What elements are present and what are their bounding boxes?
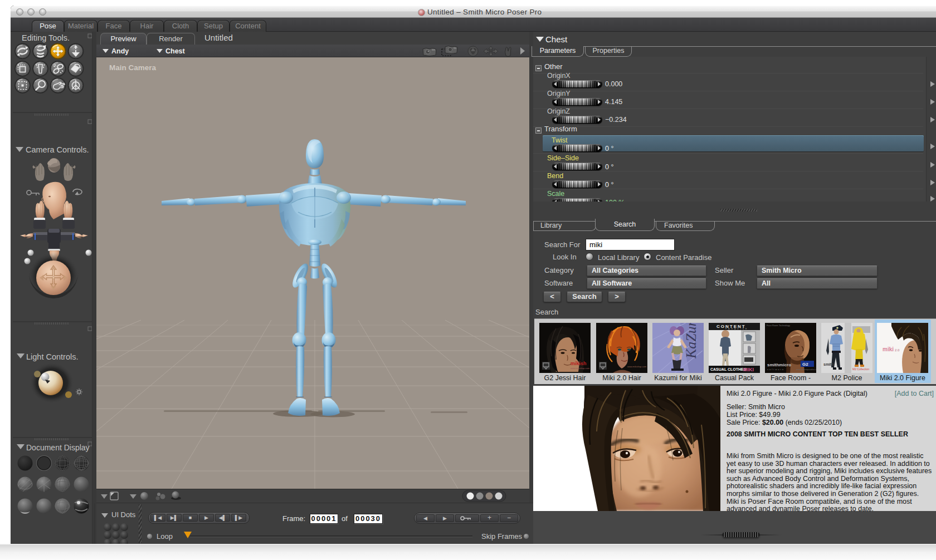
svg-text:MIKI: MIKI [743, 367, 754, 372]
svg-text:Main Camera: Main Camera [109, 63, 157, 72]
svg-text:Camera Controls.: Camera Controls. [26, 145, 89, 154]
svg-text:mikish: mikish [571, 361, 587, 366]
svg-text:G2: G2 [802, 362, 808, 367]
svg-text:miki: miki [883, 346, 894, 352]
svg-text:PARADISE: PARADISE [725, 328, 748, 330]
svg-text:CASUAL CLOTHES: CASUAL CLOTHES [710, 367, 747, 371]
svg-text:smithmicro: smithmicro [767, 362, 791, 367]
svg-text:Chest: Chest [165, 47, 186, 55]
svg-text:www.mikishop.com: www.mikishop.com [571, 367, 590, 370]
svg-text:www.mikishop.com: www.mikishop.com [627, 365, 647, 368]
svg-text:Editing Tools.: Editing Tools. [22, 33, 70, 42]
svg-text:smith: smith [823, 362, 834, 366]
svg-text:www.contentparadise.com: www.contentparadise.com [796, 369, 816, 371]
svg-text:KaZumi: KaZumi [683, 323, 699, 359]
svg-text:2.0: 2.0 [895, 348, 900, 352]
svg-text:Document Display: Document Display [26, 443, 90, 452]
svg-text:Face Room Technology: Face Room Technology [767, 324, 790, 327]
svg-text:M2 Collection: M2 Collection [852, 367, 870, 371]
svg-text:Andy: Andy [111, 47, 129, 55]
svg-text:software: software [767, 368, 784, 371]
svg-text:Light Controls.: Light Controls. [26, 352, 79, 361]
